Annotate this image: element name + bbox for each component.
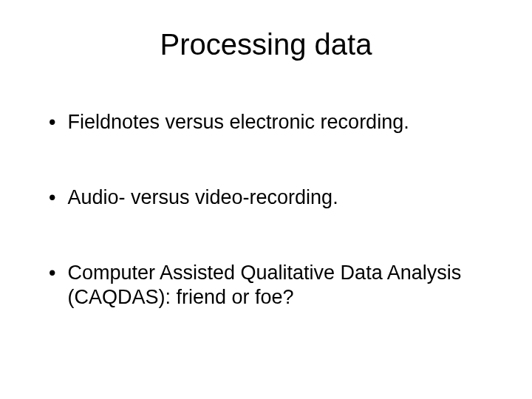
bullet-text: Fieldnotes versus electronic recording.: [67, 110, 495, 135]
list-item: • Fieldnotes versus electronic recording…: [49, 110, 495, 135]
bullet-icon: •: [49, 261, 55, 286]
bullet-icon: •: [49, 185, 55, 211]
bullet-list: • Fieldnotes versus electronic recording…: [37, 110, 495, 310]
list-item: • Audio- versus video-recording.: [49, 185, 495, 211]
slide-title: Processing data: [37, 28, 495, 61]
bullet-text: Audio- versus video-recording.: [67, 185, 495, 211]
slide-container: Processing data • Fieldnotes versus elec…: [0, 0, 532, 399]
bullet-text: Computer Assisted Qualitative Data Analy…: [67, 261, 495, 311]
bullet-icon: •: [49, 110, 55, 135]
list-item: • Computer Assisted Qualitative Data Ana…: [49, 261, 495, 311]
